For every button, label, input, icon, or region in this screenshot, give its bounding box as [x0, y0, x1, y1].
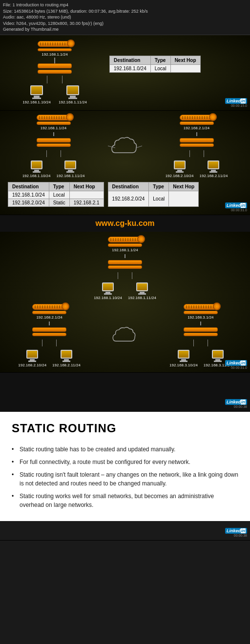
table-row: 192.168.2.0/24 Local	[108, 191, 199, 206]
cell-nexthop	[170, 64, 200, 72]
s3-pc2-label: 192.168.1.11/24	[128, 296, 156, 300]
router1-label: 192.168.1.1/24	[42, 52, 67, 57]
col-nh-2a: Next Hop	[69, 182, 104, 191]
info-line5: Generated by Thumbnail.me	[3, 26, 247, 33]
pc2-label: 192.168.1.11/24	[59, 100, 87, 104]
section2-tables: Destination Type Next Hop 192.168.1.0/24…	[4, 178, 246, 211]
s3-pc4-label: 192.168.2.11/24	[52, 363, 81, 367]
cell-type: Local	[150, 64, 170, 72]
s3-cloud	[109, 304, 141, 367]
info-line2: Size: 14538614 bytes (1367 MiB), duratio…	[3, 8, 247, 15]
diagram-section1-left: 192.168.1.1/24	[6, 41, 104, 104]
s3-switch1	[108, 260, 142, 269]
router1-icon	[38, 41, 72, 51]
s2-pc3: 192.168.2.10/24	[166, 161, 194, 178]
table-row: 192.168.1.0/24 Local	[8, 191, 104, 199]
svg-line-0	[108, 146, 115, 148]
list-item: Static routing table has to be created a…	[12, 443, 238, 456]
section2: 192.168.1.1/24	[0, 111, 250, 215]
pc1-label: 192.168.1.10/24	[22, 100, 51, 104]
s2-router1-label: 192.168.1.1/24	[41, 126, 66, 130]
s2-pc4: 192.168.2.11/24	[200, 161, 228, 178]
list-item: Static routing isn't fault tolerant – an…	[12, 468, 238, 490]
info-line4: Video: h264, yuv420p, 1280x800, 30.00 fp…	[3, 20, 247, 27]
s3-pc3-label: 192.168.2.10/24	[18, 363, 46, 367]
s2-pc3-label: 192.168.2.10/24	[166, 174, 194, 178]
col-nexthop-1: Next Hop	[170, 56, 200, 64]
cloud-icon-2	[109, 324, 141, 346]
watermark-bar: www.cg-ku.com	[0, 215, 250, 232]
linkedin-badge-3: Linkedin 00:00:31.0	[225, 360, 247, 369]
timecode-1: 00:00:15.0	[231, 104, 247, 107]
linkedin-badge-5: Linkedin 00:00:38	[225, 528, 247, 537]
timecode-2: 00:00:31.0	[231, 208, 247, 212]
linkedin-badge-4: Linkedin 00:00:38	[225, 399, 247, 408]
section1: 192.168.1.1/24	[0, 35, 250, 111]
pc2-node: 192.168.1.11/24	[59, 85, 87, 104]
col-dest-2b: Destination	[108, 182, 149, 191]
routing-table-2a: Destination Type Next Hop 192.168.1.0/24…	[8, 182, 104, 207]
list-item: For full connectivity, a route must be c…	[12, 456, 238, 468]
routing-table-2b: Destination Type Next Hop 192.168.2.0/24…	[108, 182, 199, 207]
timecode-5: 00:00:38	[234, 534, 247, 537]
col-type-1: Type	[150, 56, 170, 64]
s3-pc2: 192.168.1.11/24	[128, 282, 156, 300]
s3-switch2	[32, 327, 66, 336]
s3-router2: 192.168.2.1/24	[32, 304, 66, 320]
section3-top-network: 192.168.1.1/24 192.168.1.10/24	[5, 237, 245, 300]
s2-pc4-label: 192.168.2.11/24	[200, 174, 228, 178]
table-row: 192.168.2.0/24 Static 192.168.2.1	[8, 199, 104, 206]
s3-right-network: 192.168.3.1/24 192.168.3.10/24	[169, 304, 232, 367]
watermark-text: www.cg-ku.com	[95, 219, 154, 227]
s2-switch1	[37, 138, 71, 147]
wan-area	[106, 115, 144, 178]
switch1-icon	[38, 63, 72, 74]
static-routing-list: Static routing table has to be created a…	[12, 443, 238, 511]
col-destination-1: Destination	[110, 56, 151, 64]
static-routing-section: STATIC ROUTING Static routing table has …	[0, 412, 250, 521]
s3-router3: 192.168.3.1/24	[184, 304, 218, 320]
col-type-2a: Type	[49, 182, 69, 191]
s3-pc1-label: 192.168.1.10/24	[94, 296, 122, 300]
s3-router1: 192.168.1.1/24	[108, 237, 142, 252]
section4-dark: Linkedin 00:00:38	[0, 373, 250, 412]
section2-left-panel: 192.168.1.1/24	[4, 115, 103, 178]
cloud-icon	[108, 134, 142, 159]
s3-r1-label: 192.168.1.1/24	[112, 248, 138, 252]
table-row: 192.168.1.0/24 Local	[110, 64, 201, 72]
timecode-4: 00:00:38	[234, 405, 247, 408]
s2-router2: 192.168.2.1/24	[180, 115, 214, 130]
diagram-section1-right: Destination Type Next Hop 192.168.1.0/24…	[109, 41, 244, 73]
linkedin-badge-1: Linkedin 00:00:15.0	[225, 98, 247, 107]
s2-router1: 192.168.1.1/24	[37, 115, 71, 130]
routing-table-1: Destination Type Next Hop 192.168.1.0/24…	[109, 56, 201, 73]
list-item: Static routing works well for small netw…	[12, 490, 238, 511]
info-line3: Audio: aac, 48000 Hz, stereo (und)	[3, 14, 247, 20]
bottom-bar: Linkedin 00:00:38	[0, 521, 250, 541]
section3: 192.168.1.1/24 192.168.1.10/24	[0, 232, 250, 373]
timecode-3: 00:00:31.0	[231, 366, 247, 369]
s3-pc5-label: 192.168.3.10/24	[169, 363, 198, 367]
s2-pc2-label: 192.168.1.11/24	[57, 174, 85, 178]
s3-left-network: 192.168.2.1/24 192.168.2.10/24	[18, 304, 81, 367]
vline1	[54, 58, 55, 63]
s3-pc4: 192.168.2.11/24	[52, 350, 81, 367]
pc1-node: 192.168.1.10/24	[22, 85, 51, 104]
s3-pc5: 192.168.3.10/24	[169, 350, 198, 367]
s3-pc3: 192.168.2.10/24	[18, 350, 46, 367]
svg-line-1	[136, 146, 142, 148]
col-nh-2b: Next Hop	[169, 182, 199, 191]
info-line1: File: 1 Introduction to routing.mp4	[3, 2, 247, 8]
static-routing-title: STATIC ROUTING	[12, 422, 238, 435]
col-dest-2a: Destination	[8, 182, 49, 191]
s3-r2-label: 192.168.2.1/24	[36, 315, 62, 320]
s3-r3-label: 192.168.3.1/24	[188, 315, 213, 320]
section2-right-panel: 192.168.2.1/24	[147, 115, 246, 178]
s2-switch2	[180, 138, 214, 147]
s2-router2-label: 192.168.2.1/24	[184, 126, 209, 130]
s3-switch3	[184, 327, 218, 336]
linkedin-badge-2: Linkedin 00:00:31.0	[225, 202, 247, 212]
s3-pc1: 192.168.1.10/24	[94, 282, 122, 300]
col-type-2b: Type	[149, 182, 169, 191]
cell-dest: 192.168.1.0/24	[110, 64, 151, 72]
